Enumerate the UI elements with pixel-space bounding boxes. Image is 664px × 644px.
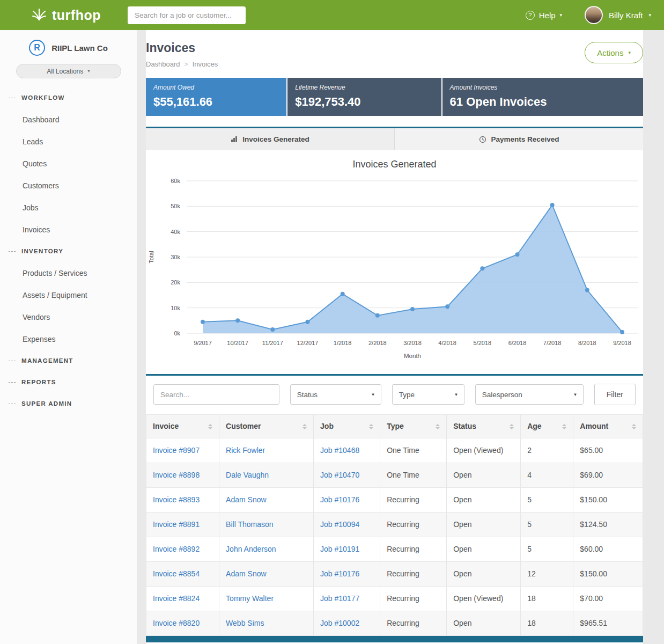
amount-cell: $150.00 xyxy=(573,488,643,513)
section-label: WORKFLOW xyxy=(21,94,65,101)
sidebar-item-invoices[interactable]: Invoices xyxy=(0,218,137,240)
sidebar-item-leads[interactable]: Leads xyxy=(0,130,137,152)
column-header-invoice[interactable]: Invoice xyxy=(146,415,219,438)
invoice-link[interactable]: Invoice #8824 xyxy=(153,594,200,603)
column-label: Job xyxy=(320,421,334,431)
sidebar-section-super-admin[interactable]: SUPER ADMIN xyxy=(0,393,137,414)
column-header-age[interactable]: Age xyxy=(521,415,573,438)
sidebar-nav: WORKFLOWDashboardLeadsQuotesCustomersJob… xyxy=(0,87,137,414)
help-menu[interactable]: ? Help ▾ xyxy=(526,11,562,20)
job-link[interactable]: Job #10191 xyxy=(320,545,359,553)
column-header-type[interactable]: Type xyxy=(380,415,447,438)
sidebar-item-vendors[interactable]: Vendors xyxy=(0,306,137,328)
sidebar-section-reports[interactable]: REPORTS xyxy=(0,371,137,393)
filter-button[interactable]: Filter xyxy=(594,384,636,405)
customer-link[interactable]: Bill Thomason xyxy=(226,520,273,529)
tab-payments-received[interactable]: Payments Received xyxy=(394,128,643,150)
breadcrumb-dashboard[interactable]: Dashboard xyxy=(146,60,180,68)
column-header-job[interactable]: Job xyxy=(314,415,380,438)
invoice-link[interactable]: Invoice #8893 xyxy=(153,495,200,504)
grass-logo-icon xyxy=(31,7,47,23)
locations-dropdown[interactable]: All Locations ▾ xyxy=(16,64,121,78)
column-header-status[interactable]: Status xyxy=(447,415,521,438)
tab-label: Payments Received xyxy=(491,135,559,143)
customer-link[interactable]: Webb Sims xyxy=(226,619,264,627)
sidebar-item-customers[interactable]: Customers xyxy=(0,174,137,196)
invoice-link[interactable]: Invoice #8892 xyxy=(153,545,200,553)
customer-link[interactable]: Dale Vaughn xyxy=(226,471,269,479)
sort-icon[interactable] xyxy=(632,424,636,429)
chart-title: Invoices Generated xyxy=(146,159,643,170)
amount-cell: $60.00 xyxy=(573,537,643,562)
sort-icon[interactable] xyxy=(303,424,307,429)
sidebar-item-products-services[interactable]: Products / Services xyxy=(0,262,137,284)
salesperson-filter-select[interactable]: Salesperson▾ xyxy=(475,384,584,405)
sort-icon[interactable] xyxy=(436,424,440,429)
invoice-link[interactable]: Invoice #8898 xyxy=(153,471,200,479)
global-search-input[interactable] xyxy=(128,6,246,24)
sidebar-section-management[interactable]: MANAGEMENT xyxy=(0,350,137,371)
amount-cell: $70.00 xyxy=(573,587,643,611)
user-avatar xyxy=(585,6,603,24)
job-link[interactable]: Job #10176 xyxy=(320,495,359,504)
column-header-customer[interactable]: Customer xyxy=(219,415,314,438)
column-label: Invoice xyxy=(153,421,179,431)
column-label: Amount xyxy=(580,421,608,431)
sidebar-section-workflow[interactable]: WORKFLOW xyxy=(0,87,137,108)
job-link[interactable]: Job #10094 xyxy=(320,520,359,529)
column-label: Type xyxy=(387,421,404,431)
age-cell: 18 xyxy=(521,611,573,636)
svg-text:9/2017: 9/2017 xyxy=(194,340,212,346)
topbar: turfhop ? Help ▾ Billy Kraft ▾ xyxy=(0,0,664,30)
job-cell: Job #10177 xyxy=(314,587,380,611)
actions-button[interactable]: Actions ▾ xyxy=(585,42,643,63)
type-cell: Recurring xyxy=(380,611,447,636)
logo-text: turfhop xyxy=(52,8,101,23)
job-link[interactable]: Job #10470 xyxy=(320,471,359,479)
invoice-cell: Invoice #8907 xyxy=(146,438,219,463)
page-title: Invoices xyxy=(146,41,218,55)
invoice-link[interactable]: Invoice #8907 xyxy=(153,446,200,455)
job-link[interactable]: Job #10177 xyxy=(320,594,359,603)
chevron-down-icon: ▾ xyxy=(87,69,90,74)
svg-text:40k: 40k xyxy=(171,229,180,235)
customer-link[interactable]: Rick Fowler xyxy=(226,446,265,455)
table-search-input[interactable] xyxy=(153,384,279,405)
customer-link[interactable]: Adam Snow xyxy=(226,569,266,578)
invoice-cell: Invoice #8824 xyxy=(146,587,219,611)
job-link[interactable]: Job #10468 xyxy=(320,446,359,455)
job-link[interactable]: Job #10176 xyxy=(320,569,359,578)
column-header-amount[interactable]: Amount xyxy=(573,415,643,438)
table-row: Invoice #8892John AndersonJob #10191Recu… xyxy=(146,537,643,562)
table-row: Invoice #8854Adam SnowJob #10176Recurrin… xyxy=(146,562,643,587)
customer-link[interactable]: Tommy Walter xyxy=(226,594,274,603)
help-icon: ? xyxy=(526,11,535,20)
sort-icon[interactable] xyxy=(510,424,514,429)
customer-link[interactable]: Adam Snow xyxy=(226,495,266,504)
tab-label: Invoices Generated xyxy=(242,135,309,143)
job-cell: Job #10470 xyxy=(314,463,380,488)
sidebar-item-dashboard[interactable]: Dashboard xyxy=(0,108,137,130)
job-link[interactable]: Job #10002 xyxy=(320,619,359,627)
tab-invoices-generated[interactable]: Invoices Generated xyxy=(146,128,394,150)
customer-link[interactable]: John Anderson xyxy=(226,545,276,553)
user-menu[interactable]: Billy Kraft ▾ xyxy=(585,6,651,24)
type-filter-select[interactable]: Type▾ xyxy=(392,384,464,405)
tree-dash-icon xyxy=(9,361,16,361)
type-cell: Recurring xyxy=(380,562,447,587)
status-filter-select[interactable]: Status▾ xyxy=(290,384,381,405)
sort-icon[interactable] xyxy=(208,424,212,429)
invoice-link[interactable]: Invoice #8854 xyxy=(153,569,200,578)
sidebar-item-jobs[interactable]: Jobs xyxy=(0,196,137,218)
invoice-link[interactable]: Invoice #8820 xyxy=(153,619,200,627)
invoice-link[interactable]: Invoice #8891 xyxy=(153,520,200,529)
breadcrumb: Dashboard > Invoices xyxy=(146,60,218,68)
sort-icon[interactable] xyxy=(369,424,373,429)
sidebar-item-assets-equipment[interactable]: Assets / Equipment xyxy=(0,284,137,306)
logo[interactable]: turfhop xyxy=(31,7,101,23)
invoices-generated-chart: 0k10k20k30k40k50k60k9/201710/201711/2017… xyxy=(146,171,643,371)
sidebar-item-expenses[interactable]: Expenses xyxy=(0,328,137,350)
sidebar-item-quotes[interactable]: Quotes xyxy=(0,152,137,174)
sort-icon[interactable] xyxy=(562,424,566,429)
sidebar-section-inventory[interactable]: INVENTORY xyxy=(0,240,137,262)
